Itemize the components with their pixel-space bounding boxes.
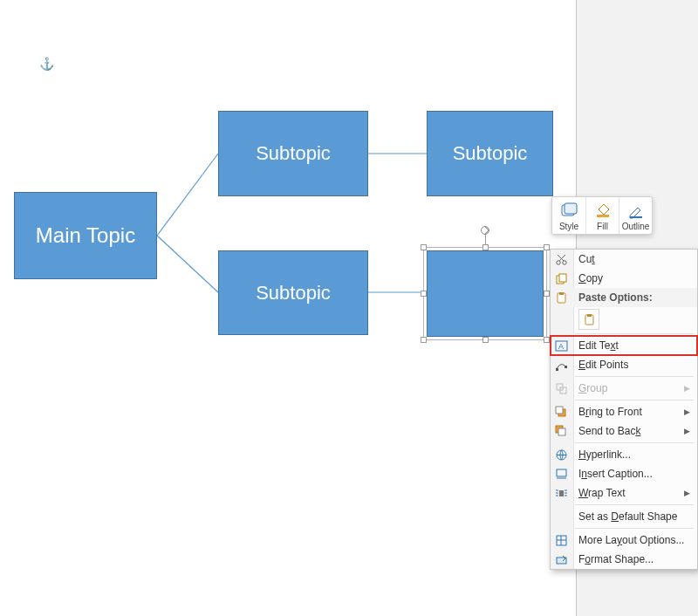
resize-handle[interactable] xyxy=(482,244,489,250)
resize-handle[interactable] xyxy=(544,291,550,297)
resize-handle[interactable] xyxy=(421,291,427,297)
menu-item-send-to-back[interactable]: Send to Back ▶ xyxy=(551,421,697,441)
mini-format-toolbar: Style Fill Outline xyxy=(551,196,653,235)
menu-item-copy[interactable]: Copy xyxy=(551,269,697,288)
send-to-back-icon xyxy=(553,423,569,439)
paint-bucket-icon xyxy=(593,201,612,220)
menu-label: Send to Back xyxy=(578,425,640,437)
menu-separator xyxy=(575,504,694,505)
svg-rect-13 xyxy=(559,292,564,295)
submenu-arrow-icon: ▶ xyxy=(684,384,690,393)
copy-icon xyxy=(553,270,569,286)
bring-to-front-icon xyxy=(553,404,569,420)
document-canvas[interactable]: ⚓ Main Topic Subtopic Subtopic Subtopic xyxy=(0,0,576,616)
svg-rect-29 xyxy=(559,490,564,496)
menu-item-edit-text[interactable]: A Edit Text xyxy=(551,336,697,355)
shape-subtopic-bottom-left[interactable]: Subtopic xyxy=(218,250,368,335)
svg-rect-27 xyxy=(557,469,566,476)
menu-label: Edit Points xyxy=(578,359,628,371)
group-icon xyxy=(553,380,569,396)
svg-line-0 xyxy=(157,154,218,236)
menu-label: Bring to Front xyxy=(578,406,642,418)
mini-toolbar-label: Style xyxy=(559,222,578,231)
layout-options-icon xyxy=(553,532,569,548)
menu-label: Insert Caption... xyxy=(578,468,653,480)
menu-separator xyxy=(575,333,694,334)
format-shape-icon xyxy=(553,551,569,567)
menu-item-set-default-shape[interactable]: Set as Default Shape xyxy=(551,507,697,526)
svg-point-9 xyxy=(562,260,565,264)
svg-rect-7 xyxy=(630,216,642,218)
rotate-handle[interactable] xyxy=(481,226,489,235)
menu-label: Group xyxy=(578,382,607,394)
insert-caption-icon xyxy=(553,466,569,482)
resize-handle[interactable] xyxy=(544,337,550,343)
submenu-arrow-icon: ▶ xyxy=(684,427,690,435)
style-button[interactable]: Style xyxy=(552,197,585,234)
menu-label: Cut xyxy=(578,253,595,265)
clipboard-icon xyxy=(553,290,569,305)
menu-header-paste-options: Paste Options: xyxy=(551,288,697,307)
fill-button[interactable]: Fill xyxy=(585,197,619,234)
menu-label: Hyperlink... xyxy=(578,448,631,461)
submenu-arrow-icon: ▶ xyxy=(684,407,690,416)
menu-item-hyperlink[interactable]: Hyperlink... xyxy=(551,445,697,464)
svg-point-8 xyxy=(556,260,559,264)
hyperlink-icon xyxy=(553,447,569,462)
menu-label: Set as Default Shape xyxy=(578,510,677,523)
menu-item-edit-points[interactable]: Edit Points xyxy=(551,355,697,374)
anchor-icon: ⚓ xyxy=(39,57,54,71)
menu-label: Format Shape... xyxy=(578,553,654,565)
menu-label: Copy xyxy=(578,272,603,284)
menu-item-format-shape[interactable]: Format Shape... xyxy=(551,550,697,569)
svg-rect-23 xyxy=(556,407,563,414)
menu-item-more-layout-options[interactable]: More Layout Options... xyxy=(551,530,697,550)
paste-options-row xyxy=(551,307,697,332)
style-gallery-icon xyxy=(559,201,578,220)
svg-rect-25 xyxy=(558,428,565,435)
menu-separator xyxy=(575,442,694,443)
menu-separator xyxy=(575,528,694,529)
menu-label: Paste Options: xyxy=(578,291,653,304)
menu-label: More Layout Options... xyxy=(578,534,684,546)
edit-text-icon: A xyxy=(553,338,569,353)
clipboard-paste-icon xyxy=(583,313,596,326)
resize-handle[interactable] xyxy=(421,337,427,343)
svg-rect-11 xyxy=(559,274,566,282)
shape-label: Subtopic xyxy=(256,282,331,305)
edit-points-icon xyxy=(553,357,569,373)
shape-subtopic-top-left[interactable]: Subtopic xyxy=(218,111,368,196)
paste-option-button[interactable] xyxy=(578,309,599,330)
menu-item-bring-to-front[interactable]: Bring to Front ▶ xyxy=(551,402,697,421)
menu-item-cut[interactable]: Cut xyxy=(551,250,697,269)
resize-handle[interactable] xyxy=(482,337,489,343)
menu-item-insert-caption[interactable]: Insert Caption... xyxy=(551,464,697,483)
svg-rect-19 xyxy=(565,366,567,368)
shape-label: Subtopic xyxy=(453,142,528,165)
svg-rect-18 xyxy=(556,368,558,371)
shape-label: Main Topic xyxy=(36,223,135,248)
svg-text:A: A xyxy=(558,342,564,351)
mini-toolbar-label: Fill xyxy=(597,222,608,231)
submenu-arrow-icon: ▶ xyxy=(684,489,690,497)
shape-subtopic-bottom-right-selected[interactable] xyxy=(427,250,544,337)
menu-item-group: Group ▶ xyxy=(551,379,697,398)
svg-rect-5 xyxy=(565,203,577,214)
svg-rect-6 xyxy=(597,215,609,217)
menu-item-wrap-text[interactable]: Wrap Text ▶ xyxy=(551,483,697,503)
resize-handle[interactable] xyxy=(544,244,550,250)
wrap-text-icon xyxy=(553,485,569,501)
menu-separator xyxy=(575,376,694,377)
outline-button[interactable]: Outline xyxy=(619,197,652,234)
menu-separator xyxy=(575,400,694,400)
pen-outline-icon xyxy=(626,201,646,220)
menu-label: Wrap Text xyxy=(578,487,626,499)
shape-subtopic-top-right[interactable]: Subtopic xyxy=(427,111,553,196)
context-menu: Cut Copy Paste Options: A Edit Text Edit… xyxy=(550,249,698,570)
svg-line-1 xyxy=(157,236,218,292)
mini-toolbar-label: Outline xyxy=(622,222,650,231)
resize-handle[interactable] xyxy=(421,244,427,250)
menu-label: Edit Text xyxy=(578,339,619,352)
shape-label: Subtopic xyxy=(256,142,331,165)
shape-main-topic[interactable]: Main Topic xyxy=(14,192,157,279)
